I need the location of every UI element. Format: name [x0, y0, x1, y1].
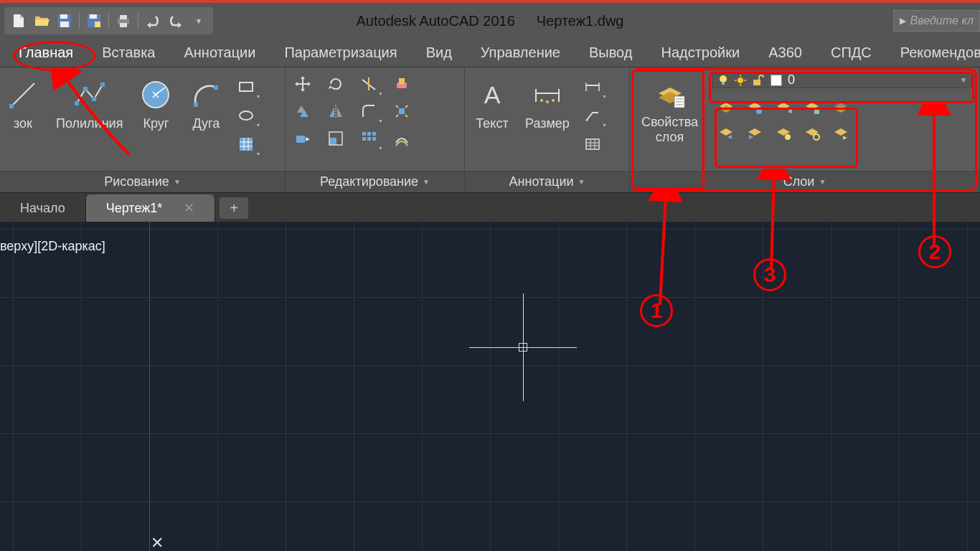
chevron-down-icon: ▼	[195, 17, 202, 25]
tab-view[interactable]: Вид	[422, 42, 456, 64]
qat-dropdown[interactable]: ▼	[189, 11, 209, 31]
doctab-drawing1[interactable]: Чертеж1* ✕	[86, 194, 216, 222]
layer-state-button[interactable]	[830, 123, 852, 143]
move-button[interactable]	[290, 73, 316, 95]
layers-match-icon	[717, 124, 735, 141]
chevron-down-icon: ▼	[174, 178, 181, 186]
rectangle-button[interactable]: ▼	[233, 76, 259, 98]
layer-unlock-button[interactable]	[801, 123, 823, 143]
open-file-button[interactable]	[32, 11, 52, 31]
saveas-button[interactable]	[84, 11, 104, 31]
tab-insert[interactable]: Вставка	[98, 42, 159, 64]
redo-icon	[167, 12, 184, 29]
dimension-icon	[532, 79, 563, 110]
layer-properties-button[interactable]: Свойства слоя	[636, 72, 704, 149]
table-button[interactable]	[580, 133, 606, 155]
save-button[interactable]	[55, 11, 75, 31]
layer-freeze-button[interactable]: ❄	[773, 97, 794, 117]
panel-annotation: A Текст Размер ▼ ▼ Аннотации▼	[465, 67, 630, 192]
layer-on-button[interactable]	[773, 123, 794, 143]
svg-point-65	[756, 108, 762, 114]
current-layer-name: 0	[788, 72, 795, 88]
undo-icon	[144, 12, 161, 29]
tab-spds[interactable]: СПДС	[826, 42, 876, 64]
stretch-button[interactable]	[290, 128, 316, 149]
layer-off-button[interactable]	[715, 97, 737, 117]
polyline-label: Полилиния	[56, 116, 123, 131]
trim-button[interactable]: ▼	[356, 73, 382, 95]
tab-output[interactable]: Вывод	[585, 42, 636, 64]
fillet-icon	[360, 103, 377, 120]
array-button[interactable]: ▼	[356, 128, 382, 149]
print-button[interactable]	[113, 11, 133, 31]
svg-rect-1	[60, 14, 67, 19]
text-button[interactable]: A Текст	[469, 73, 515, 136]
layer-props-label-1: Свойства	[641, 115, 698, 130]
tab-featured[interactable]: Рекомендова	[896, 42, 980, 64]
tab-home[interactable]: Главная	[14, 42, 77, 64]
svg-rect-48	[586, 139, 599, 149]
chevron-down-icon: ▼	[819, 178, 826, 186]
close-icon[interactable]: ✕	[184, 200, 194, 216]
layer-isolate-button[interactable]	[744, 97, 765, 117]
mirror-button[interactable]	[323, 100, 349, 122]
hatch-button[interactable]: ▼	[233, 133, 259, 155]
tab-a360[interactable]: A360	[764, 42, 806, 64]
fillet-button[interactable]: ▼	[356, 100, 382, 122]
layer-lock-button[interactable]	[801, 97, 823, 117]
explode-icon	[393, 103, 410, 120]
svg-point-59	[738, 77, 743, 83]
panel-modify: ▼ ▼ ▼ Редактирование▼	[286, 67, 465, 192]
svg-rect-67	[814, 109, 819, 114]
panel-title-layers[interactable]: Слои▼	[630, 171, 979, 192]
new-file-button[interactable]	[9, 11, 29, 31]
drawing-canvas[interactable]: верху][2D-каркас] ✕	[0, 222, 980, 551]
erase-button[interactable]	[389, 73, 415, 95]
explode-button[interactable]	[389, 100, 415, 122]
polyline-button[interactable]: Полилиния	[50, 73, 128, 136]
line-button[interactable]: зок	[0, 73, 46, 136]
layer-make-current-button[interactable]	[830, 97, 852, 117]
rotate-button[interactable]	[323, 73, 349, 95]
layers-current-icon	[832, 98, 849, 116]
layer-previous-button[interactable]	[744, 123, 765, 143]
array-icon	[360, 130, 377, 147]
svg-rect-25	[329, 138, 336, 145]
tab-manage[interactable]: Управление	[476, 42, 565, 64]
layer-match-button[interactable]	[715, 123, 737, 143]
svg-rect-7	[120, 23, 127, 27]
arc-button[interactable]: Дуга	[183, 73, 229, 136]
svg-line-8	[11, 83, 34, 106]
view-label[interactable]: верху][2D-каркас]	[0, 239, 105, 254]
ellipse-button[interactable]: ▼	[233, 105, 259, 126]
rectangle-icon	[237, 78, 255, 95]
svg-rect-30	[367, 132, 371, 136]
layer-dropdown[interactable]: 0 ▼	[712, 72, 972, 88]
dimension-button[interactable]: Размер	[519, 73, 575, 136]
text-icon: A	[476, 79, 508, 110]
tab-addins[interactable]: Надстройки	[656, 42, 744, 64]
title-bar: ▼ Autodesk AutoCAD 2016 Чертеж1.dwg ▶ Вв…	[0, 3, 980, 39]
copy-button[interactable]	[290, 100, 316, 122]
tab-annotate[interactable]: Аннотации	[179, 42, 260, 64]
svg-point-57	[720, 75, 727, 83]
svg-rect-19	[214, 85, 218, 90]
undo-button[interactable]	[143, 11, 163, 31]
doctab-start[interactable]: Начало	[0, 194, 86, 222]
leader-button[interactable]: ▼	[580, 105, 606, 126]
new-tab-button[interactable]: +	[220, 197, 248, 219]
redo-button[interactable]	[166, 11, 186, 31]
tab-parametric[interactable]: Параметризация	[280, 42, 401, 64]
panel-title-draw[interactable]: Рисование▼	[0, 171, 285, 192]
keyword-search[interactable]: ▶ Введите кл	[893, 10, 980, 32]
svg-rect-20	[240, 83, 253, 91]
svg-text:❄: ❄	[788, 107, 792, 115]
circle-button[interactable]: Круг	[133, 73, 179, 136]
panel-title-modify[interactable]: Редактирование▼	[286, 171, 464, 192]
linear-dim-button[interactable]: ▼	[580, 76, 606, 98]
panel-title-annotation[interactable]: Аннотации▼	[465, 171, 629, 192]
mirror-icon	[327, 103, 344, 120]
scale-button[interactable]	[323, 128, 349, 149]
save-icon	[56, 12, 73, 29]
offset-button[interactable]	[389, 128, 415, 149]
